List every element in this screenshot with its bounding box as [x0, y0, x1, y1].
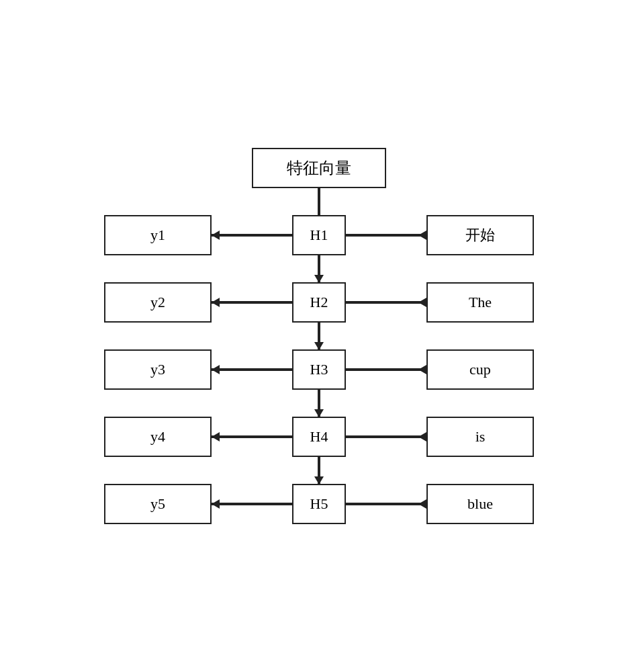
h2-y2-connector: [212, 301, 292, 304]
h2-label: H2: [310, 294, 328, 311]
x5-label: blue: [467, 495, 493, 513]
y4-label: y4: [150, 428, 165, 446]
x4-label: is: [475, 428, 486, 446]
diagram: 特征向量 y1 H1 开始: [67, 148, 571, 524]
x5-box: blue: [426, 484, 534, 524]
x2-box: The: [426, 282, 534, 323]
x1-h1-connector: [346, 234, 426, 237]
y5-box: y5: [104, 484, 212, 524]
v-conn-h4-h5: [318, 457, 320, 484]
x1-label: 开始: [465, 225, 495, 245]
v-conn-h1-h2: [318, 255, 320, 282]
x2-label: The: [469, 294, 492, 311]
v-connector-top: [318, 188, 320, 215]
h4-box: H4: [292, 417, 346, 457]
h5-box: H5: [292, 484, 346, 524]
x4-h4-connector: [346, 435, 426, 438]
y1-box: y1: [104, 215, 212, 255]
y2-box: y2: [104, 282, 212, 323]
x3-label: cup: [469, 361, 491, 378]
h4-y4-connector: [212, 435, 292, 438]
h5-y5-connector: [212, 503, 292, 505]
h2-box: H2: [292, 282, 346, 323]
y2-label: y2: [150, 294, 165, 311]
h3-y3-connector: [212, 368, 292, 371]
h1-label: H1: [310, 226, 328, 244]
row-h3: y3 H3 cup: [67, 349, 571, 390]
h1-box: H1: [292, 215, 346, 255]
row-h5: y5 H5 blue: [67, 484, 571, 524]
x3-h3-connector: [346, 368, 426, 371]
y3-box: y3: [104, 349, 212, 390]
h4-label: H4: [310, 428, 328, 446]
h3-box: H3: [292, 349, 346, 390]
x1-box: 开始: [426, 215, 534, 255]
y3-label: y3: [150, 361, 165, 378]
x5-h5-connector: [346, 503, 426, 505]
v-conn-h2-h3: [318, 323, 320, 349]
h5-label: H5: [310, 495, 328, 513]
row-h2: y2 H2 The: [67, 282, 571, 323]
y5-label: y5: [150, 495, 165, 513]
top-label-box: 特征向量: [252, 148, 386, 188]
x4-box: is: [426, 417, 534, 457]
h1-y1-connector: [212, 234, 292, 237]
x3-box: cup: [426, 349, 534, 390]
y4-box: y4: [104, 417, 212, 457]
row-h4: y4 H4 is: [67, 417, 571, 457]
row-h1: y1 H1 开始: [67, 215, 571, 255]
x2-h2-connector: [346, 301, 426, 304]
v-conn-h3-h4: [318, 390, 320, 417]
h3-label: H3: [310, 361, 328, 378]
y1-label: y1: [150, 226, 165, 244]
top-label: 特征向量: [287, 157, 351, 179]
